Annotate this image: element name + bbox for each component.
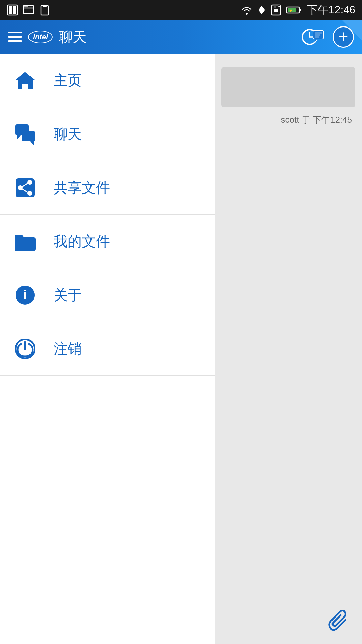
- add-button[interactable]: +: [333, 26, 354, 48]
- chat-bubble-area: scott 于 下午12:45: [215, 60, 362, 132]
- svg-text:✕: ✕: [278, 6, 279, 8]
- sidebar-item-logout-label: 注销: [54, 339, 82, 358]
- svg-rect-3: [9, 10, 12, 14]
- svg-marker-39: [17, 135, 21, 139]
- sidebar-item-about[interactable]: i 关于: [0, 268, 215, 322]
- power-icon: [13, 337, 37, 361]
- battery-icon: ⚡: [286, 6, 302, 14]
- hamburger-menu-button[interactable]: [8, 32, 22, 42]
- sidebar-drawer: 主页 聊天: [0, 54, 215, 644]
- sim-icon: ✕: [271, 4, 281, 16]
- svg-text:i: i: [23, 288, 27, 302]
- svg-rect-9: [41, 6, 48, 15]
- clipboard-icon: [39, 4, 50, 16]
- svg-point-44: [18, 185, 23, 190]
- wifi-icon: [241, 5, 253, 15]
- attachment-button[interactable]: [328, 610, 349, 631]
- main-content: 主页 聊天: [0, 54, 362, 644]
- svg-point-14: [246, 13, 248, 15]
- chat-message-placeholder: [221, 67, 355, 107]
- svg-marker-16: [259, 10, 265, 14]
- sidebar-item-logout[interactable]: 注销: [0, 322, 215, 376]
- chat-history-button[interactable]: [300, 27, 324, 47]
- status-time: 下午12:46: [307, 3, 355, 17]
- svg-point-45: [27, 191, 32, 196]
- status-bar: ✕ ⚡ 下午12:46: [0, 0, 362, 20]
- sidebar-item-shared-files[interactable]: 共享文件: [0, 161, 215, 215]
- app-header: intel 聊天 +: [0, 20, 362, 54]
- right-panel: scott 于 下午12:45: [215, 54, 362, 644]
- home-icon: [13, 69, 37, 92]
- sidebar-item-my-files[interactable]: 我的文件: [0, 215, 215, 268]
- svg-marker-41: [30, 141, 34, 145]
- app-title: 聊天: [59, 28, 87, 46]
- sidebar-item-shared-files-label: 共享文件: [54, 178, 110, 197]
- status-bar-left: [7, 4, 50, 16]
- svg-rect-40: [22, 131, 35, 141]
- share-icon: [13, 176, 37, 200]
- gallery-icon: [7, 4, 18, 16]
- svg-rect-18: [274, 9, 278, 12]
- header-right: +: [300, 26, 354, 48]
- intel-logo: intel: [28, 31, 53, 43]
- sidebar-item-chat-label: 聊天: [54, 125, 82, 144]
- svg-marker-37: [16, 72, 35, 89]
- signal-icon: [258, 5, 265, 15]
- svg-rect-27: [8, 36, 22, 38]
- folder-icon: [13, 230, 37, 253]
- chat-timestamp: scott 于 下午12:45: [221, 114, 355, 126]
- svg-text:⚡: ⚡: [289, 8, 293, 13]
- sidebar-item-home-label: 主页: [54, 71, 82, 90]
- svg-marker-15: [259, 6, 265, 10]
- browser-icon: [23, 4, 34, 16]
- sidebar-item-my-files-label: 我的文件: [54, 232, 110, 251]
- chat-icon: [13, 122, 37, 146]
- svg-point-7: [24, 6, 26, 8]
- header-left: intel 聊天: [8, 28, 87, 46]
- svg-rect-10: [43, 5, 47, 7]
- svg-rect-26: [8, 32, 22, 33]
- add-icon: +: [338, 28, 348, 45]
- sidebar-item-about-label: 关于: [54, 286, 82, 305]
- svg-rect-28: [8, 40, 22, 42]
- svg-point-43: [27, 180, 32, 185]
- svg-rect-1: [9, 6, 12, 10]
- sidebar-item-home[interactable]: 主页: [0, 54, 215, 107]
- svg-rect-24: [300, 9, 301, 11]
- sidebar-item-chat[interactable]: 聊天: [0, 107, 215, 161]
- info-icon: i: [13, 283, 37, 307]
- svg-point-8: [26, 6, 28, 8]
- status-bar-right: ✕ ⚡ 下午12:46: [241, 3, 355, 17]
- svg-rect-4: [13, 10, 16, 14]
- svg-rect-2: [13, 6, 16, 10]
